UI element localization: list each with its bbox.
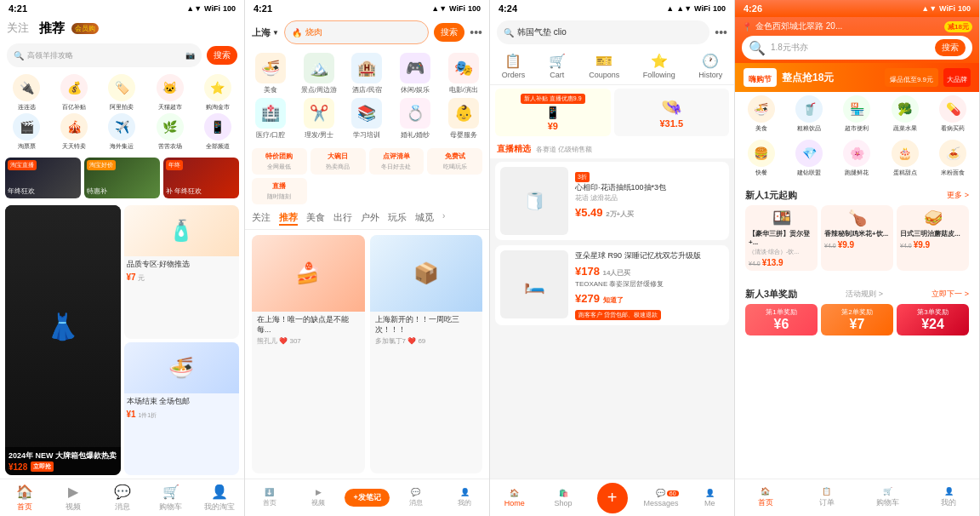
location-text[interactable]: 金色西郊城北翠路 20...	[755, 20, 842, 32]
tab-me-1[interactable]: 👤 我的淘宝	[196, 484, 244, 513]
tab-me-2[interactable]: 👤 我的	[441, 488, 489, 507]
cat-edu[interactable]: 📚 学习培训	[345, 98, 390, 140]
cat4-food[interactable]: 🍜 美食	[738, 95, 783, 133]
icon-item-7[interactable]: ✈️ 海外集运	[99, 113, 145, 151]
cat-movie[interactable]: 🎭 电影/演出	[441, 53, 486, 95]
special-4[interactable]: 直播 随时随刻	[252, 178, 307, 204]
cat4-cake[interactable]: 🎂 蛋糕甜点	[882, 140, 927, 177]
product-card-2[interactable]: 🧴 品质专区·好物推选 ¥7 元	[124, 205, 240, 339]
add-button-3[interactable]: +	[597, 483, 628, 513]
cat4-diamond[interactable]: 💎 建钻联盟	[786, 140, 831, 177]
search-btn-4[interactable]: 搜索	[935, 39, 966, 56]
feed-card-2[interactable]: 📦 上海新开的！！一周吃三次！！！ 多加氯丁7 ❤️ 69	[370, 235, 483, 473]
nav-recommend[interactable]: 推荐	[39, 20, 65, 37]
tab-orders-4[interactable]: 📋 订单	[796, 487, 858, 508]
cta-btn[interactable]: 知道了	[603, 296, 624, 304]
cat4-fast[interactable]: 🍔 快餐	[738, 140, 783, 177]
product-card-3-2[interactable]: 🛏️ 亚朵星球 R90 深睡记忆枕双芯升级版 ¥178 14人已买 TEOXAN…	[495, 245, 729, 325]
tab-msg-1[interactable]: 💬 消息	[98, 484, 146, 513]
icon-item-8[interactable]: 🌿 苦苦农场	[147, 113, 193, 151]
search-input-3[interactable]: 🔍 韩国气垫 clio	[497, 20, 709, 44]
icon-item-4[interactable]: ⭐ 购淘金市	[195, 74, 241, 112]
cat-medical[interactable]: 🏥 医疗/口腔	[248, 98, 293, 140]
cat-leisure[interactable]: 🎮 休闲/娱乐	[393, 53, 438, 95]
icon-item-1[interactable]: 💰 百亿补贴	[51, 74, 97, 112]
icon-item-6[interactable]: 🎪 天天特卖	[51, 113, 97, 151]
search-box-2[interactable]: 🔥 烧肉	[284, 20, 429, 44]
product-card-big[interactable]: 👗 2024年 NEW 大牌箱包爆款热卖 ¥128 立即抢	[5, 205, 121, 475]
cat-baby[interactable]: 👶 母婴服务	[441, 98, 486, 140]
icon-item-0[interactable]: 🔌 连连选	[3, 74, 49, 112]
icon-item-3[interactable]: 🐱 天猫超市	[147, 74, 193, 112]
tab-add-3[interactable]: +	[588, 483, 636, 513]
tab-home-2[interactable]: ⬇️ 首页	[245, 488, 293, 507]
tab-home-4[interactable]: 🏠 首页	[735, 487, 796, 508]
vip-badge[interactable]: 会员购	[71, 23, 99, 34]
nav-orders[interactable]: 📋 Orders	[502, 53, 526, 79]
product-card-3-1[interactable]: 🧻 3折 心相印·花语抽纸100抽*3包 花语 滤滑花品 ¥5.49 2万+人买	[495, 162, 729, 240]
post-button[interactable]: +发笔记	[345, 489, 389, 507]
city-selector[interactable]: 上海 ▼	[252, 26, 279, 39]
feed-card-1[interactable]: 🍰 在上海！唯一的缺点是不能每... 熊孔儿 ❤️ 307	[252, 235, 365, 473]
icon-item-9[interactable]: 📱 全部频道	[195, 113, 241, 151]
more-icon-2[interactable]: •••	[470, 26, 482, 39]
icon-item-2[interactable]: 🏷️ 阿里拍卖	[99, 74, 145, 112]
tab-travel[interactable]: 出行	[333, 211, 352, 226]
cat-scenic[interactable]: 🏔️ 景点/周边游	[297, 53, 342, 95]
tab-follow[interactable]: 关注	[252, 211, 271, 226]
live-item-2[interactable]: 淘宝好价 特惠补	[84, 158, 160, 198]
cat4-medicine[interactable]: 💊 看病买药	[931, 95, 976, 133]
special-3[interactable]: 免费试 吃喝玩乐	[427, 148, 482, 175]
tab-video-2[interactable]: ▶ 视频	[293, 488, 342, 507]
icon-item-5[interactable]: 🎬 淘票票	[3, 113, 49, 151]
nav-history[interactable]: 🕐 History	[698, 53, 722, 79]
tab-video-1[interactable]: ▶ 视频	[48, 484, 97, 513]
tab-me-3[interactable]: 👤 Me	[686, 489, 734, 507]
special-1[interactable]: 大碗日 热卖商品	[311, 148, 366, 175]
tab-msg-2[interactable]: 💬 消息	[391, 488, 440, 507]
tab-play[interactable]: 玩乐	[388, 211, 407, 226]
cat4-noodle[interactable]: 🍝 米粉面食	[931, 140, 976, 177]
nav-follow[interactable]: 关注	[7, 20, 29, 37]
tab-home-1[interactable]: 🏠 首页	[0, 484, 48, 513]
tab-food[interactable]: 美食	[306, 211, 325, 226]
cat-hotel[interactable]: 🏨 酒店/民宿	[345, 53, 390, 95]
tab-outdoor[interactable]: 户外	[361, 211, 379, 226]
cat4-veggie[interactable]: 🥦 蔬菜水果	[882, 95, 927, 133]
cart-icon: 🛒	[162, 484, 179, 500]
tab-home-3[interactable]: 🏠 Home	[490, 489, 538, 507]
tab-post-2[interactable]: +发笔记	[343, 489, 391, 507]
newuser-more[interactable]: 更多 >	[947, 190, 969, 201]
search-button-2[interactable]: 搜索	[434, 23, 464, 42]
cat-beauty[interactable]: ✂️ 理发/男士	[297, 98, 342, 140]
tab-me-4[interactable]: 👤 我的	[918, 487, 979, 508]
promo-item-2[interactable]: 👒 ¥31.5	[614, 89, 730, 136]
tab-shop-3[interactable]: 🛍️ Shop	[538, 489, 587, 507]
product-card-3[interactable]: 🍜 本场结束 全场包邮 ¥1 1件1折	[124, 342, 240, 476]
promo-item-1[interactable]: 新人补贴 直播优惠9.9 📱 ¥9	[495, 89, 611, 136]
special-0[interactable]: 特价团购 全网最低	[252, 148, 307, 175]
search-box-1[interactable]: 🔍 高领羊排攻略 📷	[7, 43, 202, 67]
cat4-drink[interactable]: 🥤 粗粮饮品	[786, 95, 831, 133]
tab-city[interactable]: 城觅	[415, 211, 434, 226]
live-item-1[interactable]: 淘宝直播 年终狂欢	[5, 158, 81, 198]
search-button-1[interactable]: 搜索	[207, 46, 237, 65]
tab-msg-3[interactable]: 💬 Messages 60	[636, 489, 685, 507]
more-icon-3[interactable]: •••	[715, 26, 727, 39]
nav-cart[interactable]: 🛒 Cart	[549, 53, 566, 79]
cat-food[interactable]: 🍜 美食	[248, 53, 293, 95]
tab-cart-4[interactable]: 🛒 购物车	[858, 487, 919, 508]
newuser-card-1[interactable]: 🍱 【豪华三拼】贡尔登+... （清淡·综合）-饮... ¥4.0 ¥13.9	[745, 205, 818, 271]
tab-cart-1[interactable]: 🛒 购物车	[146, 484, 195, 513]
cat4-supermarket[interactable]: 🏪 超市便利	[835, 95, 880, 133]
special-2[interactable]: 点评清单 冬日好去处	[369, 148, 424, 175]
live-item-3[interactable]: 年终 补 年终狂欢	[163, 158, 239, 198]
cat-wedding[interactable]: 💍 婚礼/婚纱	[393, 98, 438, 140]
reward-cta[interactable]: 立即下一 >	[932, 289, 969, 300]
tab-recommend[interactable]: 推荐	[279, 211, 298, 226]
newuser-card-3[interactable]: 🥪 日式三明治蘑菇皮... ¥4.0 ¥9.9	[897, 205, 969, 271]
newuser-card-2[interactable]: 🍗 香辣秘制鸡米花+饮... ¥4.0 ¥9.9	[821, 205, 893, 271]
nav-following[interactable]: ⭐ Following	[643, 53, 675, 79]
nav-coupons[interactable]: 🎫 Coupons	[589, 53, 619, 79]
cat4-flower[interactable]: 🌸 跑腿鲜花	[835, 140, 880, 177]
